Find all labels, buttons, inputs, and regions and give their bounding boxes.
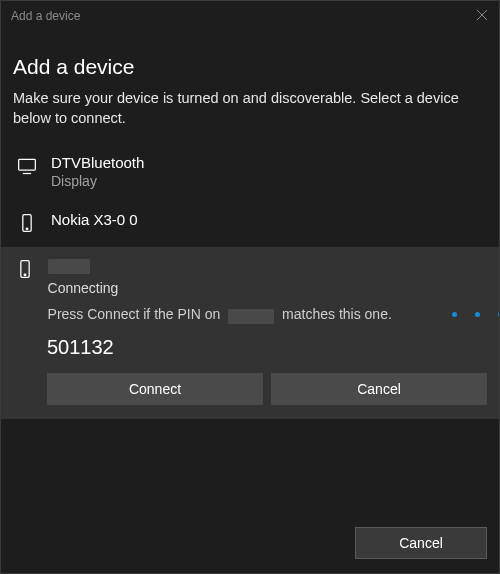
device-item[interactable]: DTVBluetooth Display	[13, 146, 487, 203]
pin-code: 501132	[47, 336, 487, 359]
phone-icon	[13, 259, 38, 279]
cancel-pair-button[interactable]: Cancel	[271, 373, 487, 405]
svg-point-5	[26, 228, 28, 230]
phone-icon	[13, 213, 41, 233]
instruction-suffix: matches this one.	[282, 306, 392, 322]
titlebar: Add a device	[1, 1, 499, 31]
footer: Cancel	[1, 527, 499, 573]
titlebar-title: Add a device	[11, 9, 80, 23]
pin-instruction: Press Connect if the PIN on matches this…	[48, 306, 487, 322]
content-area: Add a device Make sure your device is tu…	[1, 31, 499, 527]
device-name: DTVBluetooth	[51, 154, 144, 171]
close-icon	[477, 9, 487, 23]
device-item-selected: Connecting Press Connect if the PIN on m…	[1, 247, 499, 419]
connect-button[interactable]: Connect	[47, 373, 263, 405]
device-name-redacted	[48, 259, 90, 274]
device-subtitle: Display	[51, 173, 144, 189]
progress-dots	[452, 312, 499, 317]
cancel-button[interactable]: Cancel	[355, 527, 487, 559]
page-title: Add a device	[13, 55, 487, 79]
monitor-icon	[13, 156, 41, 176]
svg-point-7	[24, 274, 26, 276]
page-subtitle: Make sure your device is turned on and d…	[13, 89, 487, 128]
device-name-redacted-inline	[228, 309, 274, 324]
add-device-window: Add a device Add a device Make sure your…	[0, 0, 500, 574]
instruction-prefix: Press Connect if the PIN on	[48, 306, 221, 322]
close-button[interactable]	[475, 9, 489, 23]
device-status: Connecting	[48, 280, 487, 296]
device-name: Nokia X3-0 0	[51, 211, 138, 228]
device-item[interactable]: Nokia X3-0 0	[13, 203, 487, 247]
svg-rect-2	[19, 159, 36, 170]
